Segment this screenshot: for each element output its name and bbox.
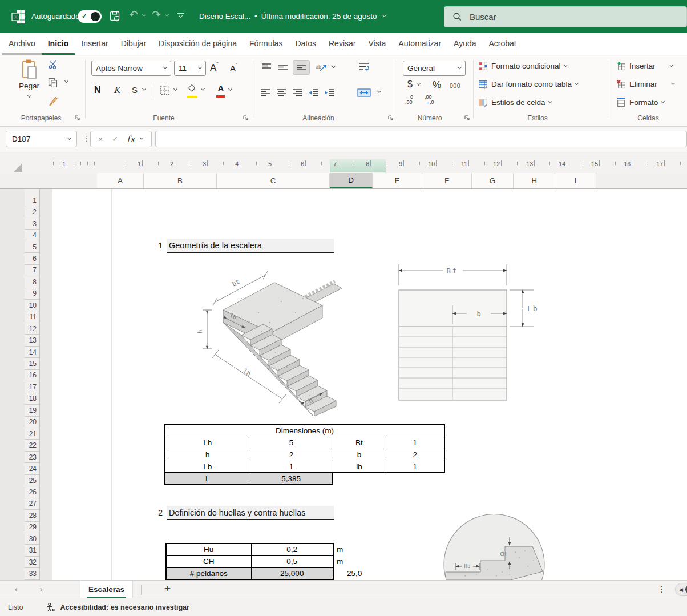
percent-button[interactable]: % xyxy=(433,79,441,91)
enter-icon[interactable]: ✓ xyxy=(112,135,118,143)
fx-dropdown-icon[interactable] xyxy=(140,136,144,140)
underline-dropdown-icon[interactable] xyxy=(142,87,146,91)
number-format-select[interactable]: General xyxy=(403,61,466,76)
row-header-29[interactable]: 29 xyxy=(25,522,39,533)
formula-bar-splitter[interactable]: ⋮ xyxy=(83,134,90,143)
cell-styles-button[interactable]: Estilos de celda xyxy=(478,98,552,107)
column-header-F[interactable]: F xyxy=(422,173,472,188)
ribbon-tab-acrobat[interactable]: Acrobat xyxy=(483,33,523,55)
table-cell[interactable]: Lh xyxy=(165,437,250,449)
ribbon-tab-datos[interactable]: Datos xyxy=(289,33,322,55)
merge-dropdown-icon[interactable] xyxy=(377,89,381,93)
row-header-24[interactable]: 24 xyxy=(25,463,39,474)
ribbon-tab-automatizar[interactable]: Automatizar xyxy=(392,33,447,55)
row-header-20[interactable]: 20 xyxy=(25,417,39,428)
row-header-17[interactable]: 17 xyxy=(25,381,39,393)
row-header-5[interactable]: 5 xyxy=(25,241,39,253)
row-header-10[interactable]: 10 xyxy=(25,300,39,311)
row-header-21[interactable]: 21 xyxy=(25,428,39,440)
insert-function-button[interactable]: fx xyxy=(127,134,135,144)
table-cell[interactable]: Lb xyxy=(165,461,250,473)
format-cells-button[interactable]: Formato xyxy=(616,98,664,107)
number-dialog-launcher-icon[interactable] xyxy=(464,115,470,121)
align-left-icon[interactable] xyxy=(260,88,270,97)
excel-app-icon[interactable]: X xyxy=(11,9,26,25)
column-header-C[interactable]: C xyxy=(217,173,330,188)
document-title-area[interactable]: Diseño Escal... • Última modificación: 2… xyxy=(199,12,386,21)
align-top-icon[interactable] xyxy=(261,63,272,71)
table-cell[interactable]: 5 xyxy=(250,437,333,449)
merge-center-icon[interactable] xyxy=(357,88,371,98)
row-header-8[interactable]: 8 xyxy=(25,276,39,288)
decrease-font-button[interactable]: Aˇ xyxy=(230,63,237,73)
insert-cells-button[interactable]: Insertar xyxy=(616,61,656,71)
italic-button[interactable]: K xyxy=(114,85,120,95)
name-box[interactable]: D187 xyxy=(6,131,77,147)
orientation-dropdown-icon[interactable] xyxy=(332,64,336,68)
copy-dropdown-icon[interactable] xyxy=(64,79,68,83)
row-header-22[interactable]: 22 xyxy=(25,440,39,451)
save-icon[interactable] xyxy=(110,11,121,22)
align-right-icon[interactable] xyxy=(292,88,302,97)
ribbon-tab-insertar[interactable]: Insertar xyxy=(75,33,114,55)
font-color-dropdown-icon[interactable] xyxy=(228,87,232,91)
font-color-button[interactable]: A xyxy=(216,83,225,98)
align-bottom-button-selected[interactable] xyxy=(293,60,310,75)
section1-title-cell[interactable]: Geometría de la escalera xyxy=(167,239,334,253)
font-size-select[interactable]: 11 xyxy=(174,61,206,76)
format-painter-icon[interactable] xyxy=(48,96,58,106)
search-box[interactable]: Buscar xyxy=(444,6,687,27)
row-header-23[interactable]: 23 xyxy=(25,452,39,463)
cancel-icon[interactable]: × xyxy=(98,135,103,144)
horizontal-scroll-control[interactable]: ◀ xyxy=(675,583,687,596)
insert-dropdown-icon[interactable] xyxy=(669,63,673,67)
align-middle-icon[interactable] xyxy=(278,63,288,71)
row-header-14[interactable]: 14 xyxy=(25,347,39,358)
sheet-next-icon[interactable]: › xyxy=(40,584,43,594)
ribbon-tab-ayuda[interactable]: Ayuda xyxy=(447,33,482,55)
ribbon-tab-revisar[interactable]: Revisar xyxy=(322,33,362,55)
ribbon-tab-vista[interactable]: Vista xyxy=(362,33,392,55)
row-header-15[interactable]: 15 xyxy=(25,358,39,369)
table-cell[interactable]: 5,385 xyxy=(250,473,333,484)
table-cell[interactable]: b xyxy=(333,449,386,461)
delete-cells-button[interactable]: Eliminar xyxy=(616,79,657,89)
font-name-select[interactable]: Aptos Narrow xyxy=(91,61,171,76)
underline-button[interactable]: S xyxy=(132,85,138,95)
ribbon-tab-archivo[interactable]: Archivo xyxy=(2,33,42,55)
align-center-icon[interactable] xyxy=(276,88,286,97)
increase-decimal-button[interactable]: ←0,00 xyxy=(405,95,413,105)
row-header-16[interactable]: 16 xyxy=(25,370,39,381)
clipboard-dialog-launcher-icon[interactable] xyxy=(74,115,80,121)
row-header-26[interactable]: 26 xyxy=(25,486,39,498)
table-cell[interactable]: h xyxy=(165,449,250,461)
row-header-2[interactable]: 2 xyxy=(25,206,39,218)
table-cell[interactable]: L xyxy=(165,473,250,484)
wrap-text-icon[interactable] xyxy=(358,62,370,72)
row-header-1[interactable]: 1 xyxy=(25,195,39,206)
borders-icon[interactable] xyxy=(160,85,170,95)
table-cell[interactable]: 0,5 xyxy=(251,555,333,567)
row-header-6[interactable]: 6 xyxy=(25,253,39,264)
row-header-18[interactable]: 18 xyxy=(25,393,39,405)
table-cell[interactable]: lb xyxy=(333,461,386,473)
row-header-30[interactable]: 30 xyxy=(25,533,39,545)
section2-title-cell[interactable]: Definición de huellas y contra huellas xyxy=(167,506,334,520)
increase-font-button[interactable]: Aˆ xyxy=(210,62,219,74)
column-header-G[interactable]: G xyxy=(472,173,514,188)
row-header-28[interactable]: 28 xyxy=(25,510,39,521)
row-header-32[interactable]: 32 xyxy=(25,557,39,568)
format-as-table-button[interactable]: Dar formato como tabla xyxy=(478,79,578,89)
row-header-31[interactable]: 31 xyxy=(25,545,39,557)
row-header-27[interactable]: 27 xyxy=(25,498,39,510)
row-header-4[interactable]: 4 xyxy=(25,230,39,241)
undo-icon[interactable]: ↶ xyxy=(129,8,138,21)
row-header-13[interactable]: 13 xyxy=(25,335,39,346)
row-header-7[interactable]: 7 xyxy=(25,265,39,276)
font-dialog-launcher-icon[interactable] xyxy=(243,115,249,121)
ribbon-tab-dibujar[interactable]: Dibujar xyxy=(115,33,152,55)
row-header-33[interactable]: 33 xyxy=(25,568,39,579)
copy-icon[interactable] xyxy=(48,78,58,87)
comma-style-button[interactable]: 000 xyxy=(450,82,460,89)
conditional-formatting-button[interactable]: Formato condicional xyxy=(478,61,567,71)
